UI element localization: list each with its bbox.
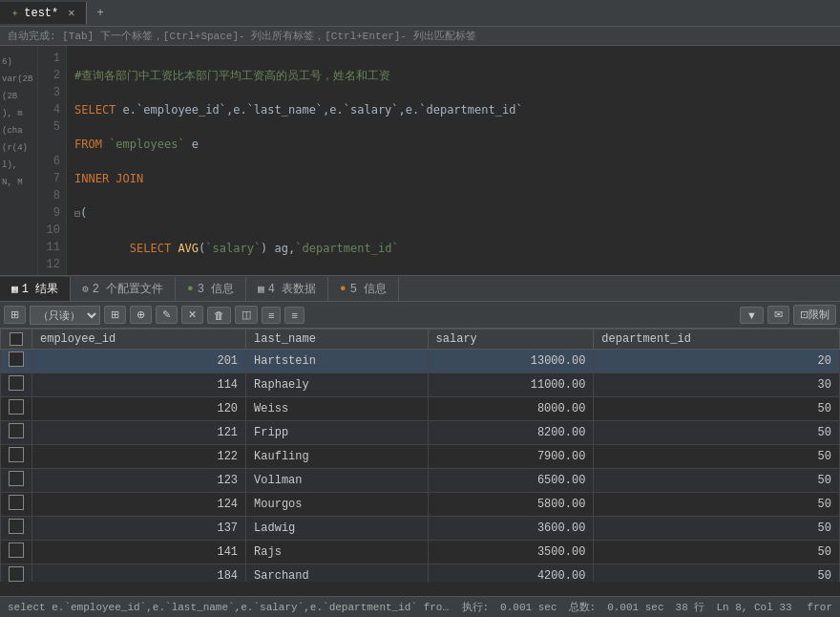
cell-employee_id: 201 <box>32 350 246 373</box>
export-button[interactable]: ⊞ <box>4 306 26 324</box>
cell-department_id: 50 <box>594 517 840 541</box>
row-checkbox[interactable] <box>1 541 32 564</box>
config-icon: ⚙ <box>82 283 89 295</box>
cell-employee_id: 137 <box>32 517 246 541</box>
toolbar-btn-5[interactable]: 🗑 <box>207 307 231 324</box>
hint-bar: 自动完成: [Tab] 下一个标签，[Ctrl+Space]- 列出所有标签，[… <box>0 27 840 46</box>
cell-department_id: 50 <box>594 469 840 493</box>
cell-last_name: Kaufling <box>246 445 429 469</box>
result-table: employee_id last_name salary department_… <box>0 329 840 582</box>
tab-results-label: 1 结果 <box>22 281 58 297</box>
cell-department_id: 50 <box>594 564 840 582</box>
toolbar-btn-1[interactable]: ⊞ <box>104 306 126 324</box>
result-toolbar: ⊞ （只读） ⊞ ⊕ ✎ ✕ 🗑 ◫ ≡ ≡ ▼ ✉ ⊡限制 <box>0 302 840 329</box>
cell-salary: 5800.00 <box>428 493 594 517</box>
cell-department_id: 50 <box>594 397 840 421</box>
toolbar-btn-4[interactable]: ✕ <box>181 306 203 324</box>
filter-button[interactable]: ▼ <box>740 307 764 324</box>
tab-table-data[interactable]: ▦ 4 表数据 <box>246 277 328 301</box>
row-checkbox[interactable] <box>1 445 32 469</box>
checkbox-header[interactable] <box>1 330 32 350</box>
row-checkbox[interactable] <box>1 373 32 397</box>
cell-department_id: 30 <box>594 373 840 397</box>
cell-salary: 4200.00 <box>428 564 594 582</box>
tab-results[interactable]: ▦ 1 结果 <box>0 277 71 301</box>
table-row[interactable]: 141Rajs3500.0050 <box>1 541 840 564</box>
cell-salary: 8200.00 <box>428 421 594 445</box>
toolbar-btn-7[interactable]: ≡ <box>262 307 281 324</box>
col-employee-id[interactable]: employee_id <box>32 330 246 350</box>
toolbar-btn-3[interactable]: ✎ <box>156 306 178 324</box>
tab-info[interactable]: ● 3 信息 <box>176 277 246 301</box>
result-table-container[interactable]: employee_id last_name salary department_… <box>0 329 840 582</box>
table-row[interactable]: 121Fripp8200.0050 <box>1 421 840 445</box>
table-row[interactable]: 137Ladwig3600.0050 <box>1 517 840 541</box>
table-row[interactable]: 114Raphaely11000.0030 <box>1 373 840 397</box>
info-icon: ● <box>187 283 194 294</box>
line-numbers: 1 2 3 4 5 6 7 8 9 10 11 12 <box>38 46 67 275</box>
table-header-row: employee_id last_name salary department_… <box>1 330 840 350</box>
cell-employee_id: 114 <box>32 373 246 397</box>
readonly-select[interactable]: （只读） <box>30 306 100 325</box>
row-checkbox[interactable] <box>1 493 32 517</box>
mail-button[interactable]: ✉ <box>767 306 789 324</box>
new-tab-button[interactable]: + <box>87 3 113 24</box>
code-editor[interactable]: #查询各部门中工资比本部门平均工资高的员工号，姓名和工资 SELECT e.`e… <box>67 46 840 275</box>
cell-employee_id: 184 <box>32 564 246 582</box>
title-bar: ✦ test* ✕ + <box>0 0 840 27</box>
cell-department_id: 50 <box>594 421 840 445</box>
toolbar-btn-6[interactable]: ◫ <box>235 306 258 324</box>
cell-last_name: Fripp <box>246 421 429 445</box>
tab-config-label: 2 个配置文件 <box>93 281 163 297</box>
table-icon: ▦ <box>258 283 264 295</box>
table-row[interactable]: 201Hartstein13000.0020 <box>1 350 840 373</box>
toolbar-btn-2[interactable]: ⊕ <box>130 306 152 324</box>
tab-config[interactable]: ⚙ 2 个配置文件 <box>71 277 176 301</box>
tab-info2[interactable]: ● 5 信息 <box>328 277 399 301</box>
row-checkbox[interactable] <box>1 350 32 373</box>
col-salary[interactable]: salary <box>428 330 594 350</box>
table-row[interactable]: 184Sarchand4200.0050 <box>1 564 840 582</box>
cell-last_name: Hartstein <box>246 350 429 373</box>
table-row[interactable]: 120Weiss8000.0050 <box>1 397 840 421</box>
row-checkbox[interactable] <box>1 421 32 445</box>
cell-salary: 7900.00 <box>428 445 594 469</box>
toolbar-btn-8[interactable]: ≡ <box>284 307 304 324</box>
cell-salary: 3500.00 <box>428 541 594 564</box>
row-checkbox[interactable] <box>1 564 32 582</box>
editor-area: 6) var(2B (2B ), m (cha (r(4) l), N, M 1… <box>0 46 840 275</box>
tab-icon: ✦ <box>11 6 18 20</box>
cell-salary: 6500.00 <box>428 469 594 493</box>
table-row[interactable]: 123Vollman6500.0050 <box>1 469 840 493</box>
cell-department_id: 50 <box>594 445 840 469</box>
cell-last_name: Vollman <box>246 469 429 493</box>
cell-last_name: Sarchand <box>246 564 429 582</box>
cell-last_name: Rajs <box>246 541 429 564</box>
limit-button[interactable]: ⊡限制 <box>793 305 836 325</box>
total-label: 总数: <box>569 600 597 614</box>
cell-last_name: Ladwig <box>246 517 429 541</box>
cell-department_id: 20 <box>594 350 840 373</box>
cursor-position: Ln 8, Col 33 <box>716 602 791 613</box>
row-checkbox[interactable] <box>1 397 32 421</box>
status-bar: select e.`employee_id`,e.`last_name`,e.`… <box>0 596 840 617</box>
cell-salary: 8000.00 <box>428 397 594 421</box>
tab-table-label: 4 表数据 <box>268 281 316 297</box>
col-department-id[interactable]: department_id <box>594 330 840 350</box>
cell-employee_id: 124 <box>32 493 246 517</box>
result-tabs-bar: ▦ 1 结果 ⚙ 2 个配置文件 ● 3 信息 ▦ 4 表数据 ● 5 信息 <box>0 275 840 302</box>
cell-employee_id: 120 <box>32 397 246 421</box>
cell-employee_id: 121 <box>32 421 246 445</box>
row-checkbox[interactable] <box>1 517 32 541</box>
cell-department_id: 50 <box>594 493 840 517</box>
row-checkbox[interactable] <box>1 469 32 493</box>
cell-salary: 13000.00 <box>428 350 594 373</box>
gutter-info: 6) var(2B (2B ), m (cha (r(4) l), N, M <box>0 46 38 275</box>
execution-time: 0.001 sec <box>500 602 556 613</box>
table-row[interactable]: 124Mourgos5800.0050 <box>1 493 840 517</box>
tab-close-icon[interactable]: ✕ <box>68 6 74 20</box>
col-last-name[interactable]: last_name <box>246 330 429 350</box>
active-tab[interactable]: ✦ test* ✕ <box>0 2 87 24</box>
table-row[interactable]: 122Kaufling7900.0050 <box>1 445 840 469</box>
cell-employee_id: 123 <box>32 469 246 493</box>
